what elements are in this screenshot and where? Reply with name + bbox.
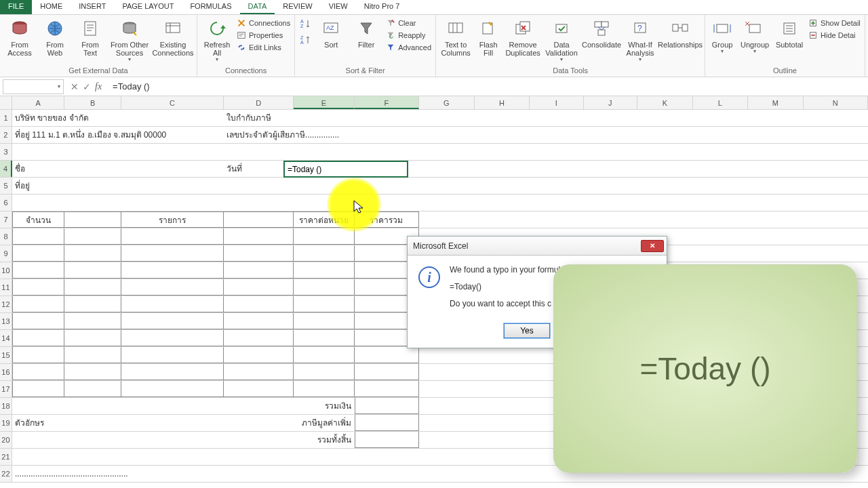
- row-header[interactable]: 3: [0, 144, 12, 160]
- col-header[interactable]: C: [121, 96, 224, 109]
- cell[interactable]: [12, 364, 65, 380]
- cell[interactable]: [804, 228, 868, 245]
- cell[interactable]: [294, 330, 354, 346]
- cell[interactable]: [748, 211, 804, 228]
- cell[interactable]: [530, 127, 584, 143]
- cell[interactable]: [121, 347, 224, 363]
- tab-page-layout[interactable]: PAGE LAYOUT: [114, 0, 182, 14]
- cell[interactable]: [475, 466, 530, 482]
- row-header[interactable]: 4: [0, 161, 12, 177]
- cell[interactable]: วันที่: [224, 161, 294, 177]
- row-header[interactable]: 20: [0, 432, 12, 448]
- cell[interactable]: [121, 279, 224, 296]
- cell[interactable]: [294, 313, 354, 329]
- cell[interactable]: [419, 449, 475, 465]
- cell[interactable]: [12, 381, 65, 397]
- cell[interactable]: [64, 364, 121, 380]
- cell[interactable]: [693, 144, 749, 160]
- row-header[interactable]: 19: [0, 415, 12, 431]
- cell[interactable]: ใบกำกับภาษี: [224, 110, 294, 126]
- cell[interactable]: [121, 381, 224, 397]
- dialog-title-bar[interactable]: Microsoft Excel ✕: [408, 237, 667, 256]
- cell[interactable]: [224, 415, 294, 431]
- sort-asc-button[interactable]: AZ: [298, 16, 313, 31]
- cell[interactable]: [804, 178, 868, 194]
- cell[interactable]: [65, 127, 121, 143]
- row-header[interactable]: 15: [0, 347, 12, 363]
- cell[interactable]: [419, 432, 475, 448]
- existing-connections-button[interactable]: Existing Connections: [152, 16, 194, 58]
- cell[interactable]: [64, 347, 121, 363]
- cell[interactable]: [121, 245, 224, 262]
- show-detail-button[interactable]: Show Detail: [807, 18, 862, 28]
- col-header[interactable]: E: [294, 96, 354, 109]
- row-header[interactable]: 17: [0, 381, 12, 397]
- cell[interactable]: [475, 110, 530, 126]
- cell[interactable]: [475, 381, 530, 397]
- consolidate-button[interactable]: Consolidate: [581, 16, 622, 50]
- col-header[interactable]: M: [748, 96, 803, 109]
- cell[interactable]: [637, 195, 693, 211]
- clear-button[interactable]: Clear: [384, 18, 433, 28]
- cell[interactable]: [637, 110, 692, 126]
- cell[interactable]: [419, 110, 474, 126]
- cell[interactable]: [12, 144, 65, 160]
- cell[interactable]: [584, 195, 638, 211]
- cell[interactable]: [224, 381, 294, 397]
- col-header[interactable]: K: [637, 96, 692, 109]
- cell[interactable]: [584, 127, 637, 143]
- cell[interactable]: [419, 364, 475, 380]
- cell[interactable]: เลขประจำตัวผู้เสียภาษี...............: [224, 127, 294, 143]
- cell[interactable]: [294, 228, 354, 245]
- cell[interactable]: [64, 144, 121, 160]
- cell[interactable]: [355, 432, 419, 448]
- cell[interactable]: [419, 415, 475, 431]
- cell[interactable]: [584, 144, 638, 160]
- cell[interactable]: [419, 195, 475, 211]
- data-validation-button[interactable]: Data Validation▾: [543, 16, 580, 64]
- cell[interactable]: [355, 415, 419, 431]
- advanced-button[interactable]: Advanced: [384, 42, 433, 53]
- cell[interactable]: [530, 161, 584, 177]
- cell[interactable]: [475, 211, 530, 228]
- cell[interactable]: [475, 415, 530, 431]
- col-header[interactable]: H: [475, 96, 530, 109]
- cell[interactable]: [419, 211, 475, 228]
- cell[interactable]: [804, 144, 868, 160]
- cell[interactable]: [419, 381, 475, 397]
- col-header[interactable]: J: [584, 96, 638, 109]
- from-access-button[interactable]: From Access: [3, 16, 37, 58]
- cell[interactable]: [224, 466, 294, 482]
- cell[interactable]: [224, 262, 294, 279]
- cell[interactable]: [748, 110, 803, 126]
- group-button[interactable]: Group▾: [708, 16, 736, 56]
- cell[interactable]: [693, 245, 749, 262]
- cell[interactable]: [224, 228, 294, 245]
- cell[interactable]: [224, 347, 294, 363]
- cell[interactable]: ที่อยู่ 111 ม.1 ต.หนึ่ง อ.เมือง จ.สมมุติ…: [12, 127, 65, 143]
- col-header[interactable]: I: [530, 96, 584, 109]
- cell[interactable]: [355, 381, 419, 397]
- remove-duplicates-button[interactable]: Remove Duplicates: [504, 16, 542, 58]
- cell[interactable]: [355, 398, 419, 414]
- cell[interactable]: [584, 178, 638, 194]
- cell[interactable]: [475, 398, 530, 414]
- cell[interactable]: [355, 127, 419, 143]
- cell[interactable]: [121, 144, 224, 160]
- cell[interactable]: [355, 110, 419, 126]
- tab-nitro[interactable]: Nitro Pro 7: [356, 0, 408, 14]
- cell[interactable]: [530, 195, 584, 211]
- cell[interactable]: [12, 245, 65, 262]
- cell[interactable]: [121, 161, 224, 177]
- cell[interactable]: [12, 347, 65, 363]
- cell[interactable]: [294, 161, 354, 177]
- connections-button[interactable]: Connections: [235, 18, 292, 28]
- from-other-sources-button[interactable]: From Other Sources▾: [108, 16, 151, 64]
- cell[interactable]: [121, 432, 224, 448]
- cell[interactable]: รวมทั้งสิ้น: [294, 432, 354, 448]
- fx-icon[interactable]: fx: [95, 81, 102, 92]
- enter-icon[interactable]: ✓: [83, 81, 91, 92]
- cell[interactable]: [294, 364, 354, 380]
- cell[interactable]: [748, 195, 804, 211]
- cell[interactable]: [637, 211, 693, 228]
